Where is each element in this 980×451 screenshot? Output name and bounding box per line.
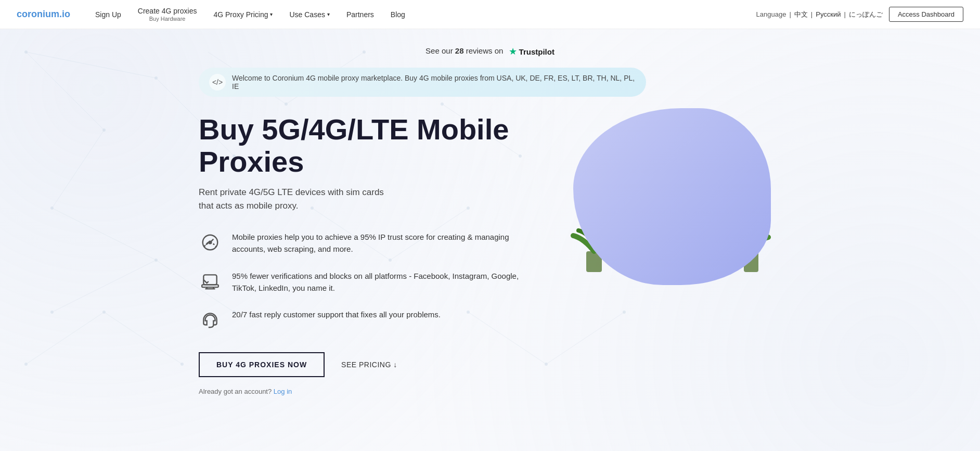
ticker-banner: </> Welcome to Coronium 4G mobile proxy … — [199, 68, 646, 97]
svg-line-8 — [104, 312, 182, 364]
feature-support-text: 20/7 fast reply customer support that fi… — [232, 308, 441, 320]
hero-title: Buy 5G/4G/LTE Mobile Proxies — [199, 113, 542, 177]
language-selector: Language | 中文 | Русский | にっぽんご — [756, 10, 883, 19]
blob-background — [573, 108, 771, 285]
hero-section: Buy 5G/4G/LTE Mobile Proxies Rent privat… — [199, 113, 781, 395]
logo[interactable]: coronium.io — [17, 9, 70, 20]
svg-point-18 — [50, 207, 54, 210]
nav-item-create-proxies[interactable]: Create 4G proxies Buy Hardware — [138, 7, 197, 22]
svg-point-24 — [24, 363, 28, 366]
svg-point-20 — [154, 76, 158, 80]
svg-point-19 — [154, 259, 158, 262]
svg-rect-40 — [202, 285, 218, 287]
feature-list: Mobile proxies help you to achieve a 95%… — [199, 231, 542, 331]
shield-check-icon — [199, 270, 222, 293]
trustpilot-logo[interactable]: ★ Trustpilot — [509, 46, 555, 57]
speedometer-icon — [199, 231, 222, 254]
svg-line-6 — [52, 260, 156, 312]
trustpilot-star-icon: ★ — [509, 46, 517, 57]
already-account-text: Already got an account? Log in — [199, 388, 542, 395]
nav-item-blog[interactable]: Blog — [391, 10, 405, 19]
trustpilot-section: See our 28 reviews on ★ Trustpilot — [199, 29, 781, 68]
lang-ja[interactable]: にっぽんご — [849, 10, 883, 19]
ticker-text: Welcome to Coronium 4G mobile proxy mark… — [232, 74, 636, 91]
hero-left: Buy 5G/4G/LTE Mobile Proxies Rent privat… — [199, 113, 542, 395]
svg-line-0 — [26, 52, 104, 130]
feature-trust-score: Mobile proxies help you to achieve a 95%… — [199, 231, 542, 255]
see-pricing-link[interactable]: SEE PRICING ↓ — [341, 360, 397, 369]
access-dashboard-button[interactable]: Access Dashboard — [889, 7, 963, 22]
svg-line-7 — [26, 312, 104, 364]
svg-line-2 — [52, 208, 156, 260]
feature-support: 20/7 fast reply customer support that fi… — [199, 308, 542, 331]
nav-item-use-cases[interactable]: Use Cases — [289, 10, 329, 19]
lang-zh[interactable]: 中文 — [794, 10, 808, 19]
feature-trust-score-text: Mobile proxies help you to achieve a 95%… — [232, 231, 542, 255]
nav-item-signup[interactable]: Sign Up — [95, 10, 121, 19]
code-icon: </> — [209, 74, 226, 91]
buy-proxies-button[interactable]: BUY 4G PROXIES NOW — [199, 352, 325, 377]
svg-point-23 — [50, 311, 54, 314]
feature-fewer-blocks: 95% fewer verifications and blocks on al… — [199, 270, 542, 294]
cta-row: BUY 4G PROXIES NOW SEE PRICING ↓ — [199, 352, 542, 377]
nav-item-partners[interactable]: Partners — [346, 10, 374, 19]
feature-fewer-blocks-text: 95% fewer verifications and blocks on al… — [232, 270, 542, 294]
review-count: 28 — [455, 46, 464, 55]
nav-right: Language | 中文 | Русский | にっぽんご Access D… — [756, 7, 963, 22]
nav-links: Sign Up Create 4G proxies Buy Hardware 4… — [95, 7, 740, 22]
hero-illustration — [563, 113, 781, 301]
lang-ru[interactable]: Русский — [816, 10, 841, 18]
svg-point-17 — [102, 128, 106, 132]
svg-point-25 — [102, 311, 106, 314]
nav-item-proxy-pricing[interactable]: 4G Proxy Pricing — [213, 10, 273, 19]
svg-rect-39 — [203, 275, 216, 285]
headset-icon — [199, 308, 222, 331]
svg-line-1 — [52, 130, 104, 208]
navbar: coronium.io Sign Up Create 4G proxies Bu… — [0, 0, 980, 29]
hero-subtitle: Rent private 4G/5G LTE devices with sim … — [199, 186, 542, 212]
svg-line-3 — [26, 52, 156, 78]
main-content: See our 28 reviews on ★ Trustpilot </> W… — [178, 29, 802, 395]
svg-point-16 — [24, 50, 28, 54]
